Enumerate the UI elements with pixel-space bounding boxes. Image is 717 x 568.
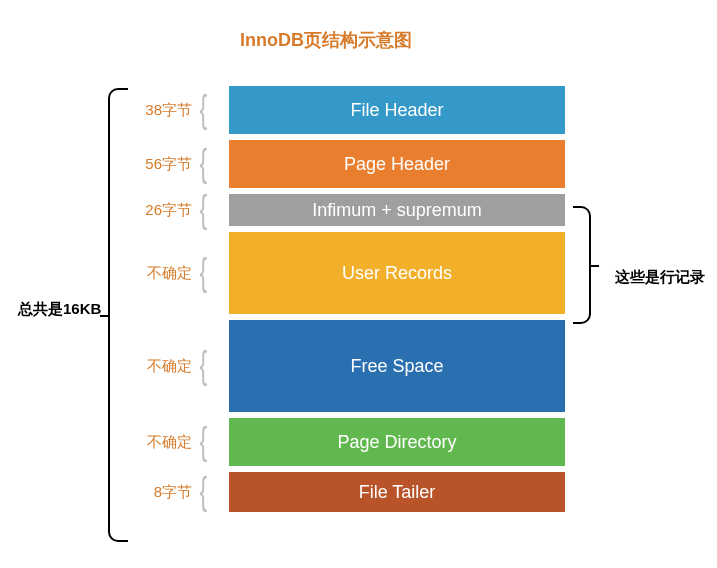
block-label: Page Header	[344, 154, 450, 175]
brace-icon: {	[200, 90, 208, 128]
brace-icon: {	[200, 472, 208, 510]
page-structure-stack: File HeaderPage HeaderInfimum + supremum…	[229, 86, 565, 518]
block-page-directory: Page Directory	[229, 418, 565, 466]
block-file-tailer: File Tailer	[229, 472, 565, 512]
size-label: 26字节	[137, 201, 192, 220]
brace-icon: {	[200, 253, 208, 291]
size-label: 56字节	[137, 155, 192, 174]
block-label: Free Space	[350, 356, 443, 377]
block-file-header: File Header	[229, 86, 565, 134]
block-free-space: Free Space	[229, 320, 565, 412]
diagram-title: InnoDB页结构示意图	[240, 28, 412, 52]
block-infimum-supremum: Infimum + supremum	[229, 194, 565, 226]
brace-icon: {	[200, 346, 208, 384]
size-label: 不确定	[137, 357, 192, 376]
block-label: File Header	[350, 100, 443, 121]
size-label: 不确定	[137, 264, 192, 283]
size-label: 38字节	[137, 101, 192, 120]
total-bracket	[108, 88, 128, 542]
row-records-bracket	[573, 206, 591, 324]
row-records-label: 这些是行记录	[615, 268, 705, 287]
block-user-records: User Records	[229, 232, 565, 314]
size-label: 不确定	[137, 433, 192, 452]
size-label: 8字节	[137, 483, 192, 502]
block-label: File Tailer	[359, 482, 436, 503]
brace-icon: {	[200, 144, 208, 182]
block-label: Infimum + supremum	[312, 200, 482, 221]
block-page-header: Page Header	[229, 140, 565, 188]
block-label: User Records	[342, 263, 452, 284]
brace-icon: {	[200, 422, 208, 460]
total-size-label: 总共是16KB	[18, 300, 101, 319]
brace-icon: {	[200, 190, 208, 228]
block-label: Page Directory	[337, 432, 456, 453]
